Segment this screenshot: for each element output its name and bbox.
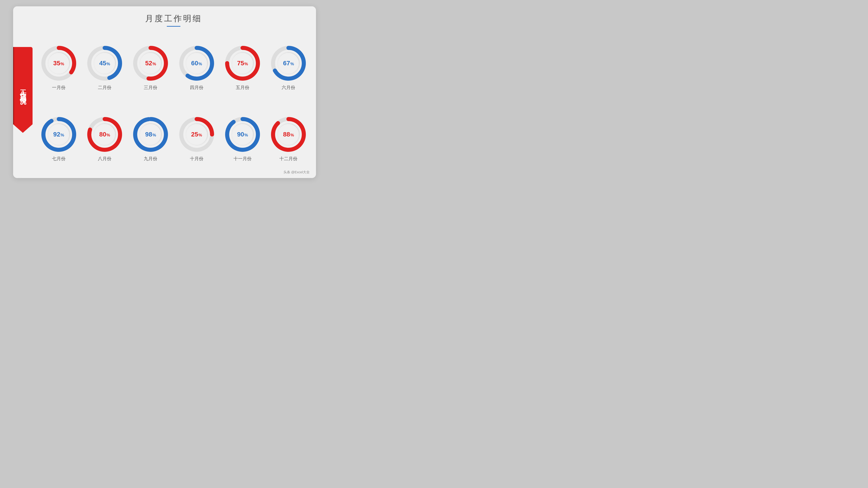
chart-month-label-4: 四月份 [190,85,204,91]
chart-item-5: 75%五月份 [219,33,266,102]
chart-month-label-6: 六月份 [282,85,295,91]
donut-4: 60% [179,45,215,81]
watermark: 头条 @Excel大全 [283,170,310,174]
donut-11: 90% [224,116,260,153]
donut-value-4: 60 [191,60,198,67]
chart-item-11: 90%十一月份 [219,105,266,173]
donut-label-4: 60% [191,60,202,67]
donut-pct-sign-11: % [244,133,248,138]
donut-pct-sign-6: % [290,62,294,66]
donut-label-6: 67% [283,60,294,67]
chart-month-label-8: 八月份 [98,156,112,162]
donut-label-11: 90% [237,131,248,138]
donut-pct-sign-3: % [152,62,156,66]
chart-month-label-12: 十二月份 [279,156,298,162]
donut-label-10: 25% [191,131,202,138]
sidebar-text: 工作完成情况 [19,85,27,95]
main-card: 工作完成情况 月度工作明细 35%一月份45%二月份52%三月份60%四月份75… [13,6,316,178]
sidebar-banner: 工作完成情况 [13,47,33,133]
chart-item-4: 60%四月份 [174,33,219,102]
donut-label-3: 52% [145,60,156,67]
donut-pct-sign-8: % [106,133,110,138]
chart-month-label-11: 十一月份 [234,156,252,162]
donut-8: 80% [87,116,123,153]
donut-12: 88% [270,116,307,153]
chart-item-9: 98%九月份 [128,105,174,173]
donut-2: 45% [87,45,123,81]
donut-value-3: 52 [145,60,152,67]
donut-value-2: 45 [99,60,106,67]
chart-item-8: 80%八月份 [82,105,127,173]
donut-1: 35% [41,45,77,81]
donut-value-1: 35 [53,60,60,67]
donut-label-2: 45% [99,60,110,67]
donut-7: 92% [41,116,77,153]
donut-label-9: 98% [145,131,156,138]
donut-5: 75% [224,45,260,81]
title-block: 月度工作明细 [145,13,202,27]
donut-9: 98% [132,116,168,153]
chart-month-label-7: 七月份 [52,156,66,162]
charts-grid: 35%一月份45%二月份52%三月份60%四月份75%五月份67%六月份92%七… [36,33,311,173]
donut-6: 67% [270,45,307,81]
chart-month-label-2: 二月份 [98,85,112,91]
donut-value-10: 25 [191,131,198,138]
donut-label-1: 35% [53,60,64,67]
donut-value-5: 75 [237,60,244,67]
donut-value-12: 88 [283,131,290,138]
donut-pct-sign-2: % [106,62,110,66]
chart-month-label-10: 十月份 [190,156,204,162]
donut-pct-sign-4: % [198,62,202,66]
donut-10: 25% [179,116,215,153]
donut-value-9: 98 [145,131,152,138]
chart-month-label-1: 一月份 [52,85,66,91]
chart-item-6: 67%六月份 [266,33,311,102]
title-underline [167,26,180,27]
chart-item-3: 52%三月份 [128,33,174,102]
donut-value-6: 67 [283,60,290,67]
donut-pct-sign-7: % [61,133,64,138]
chart-item-1: 35%一月份 [36,33,82,102]
donut-label-12: 88% [283,131,294,138]
donut-label-5: 75% [237,60,248,67]
chart-item-10: 25%十月份 [174,105,219,173]
main-title: 月度工作明细 [145,13,202,24]
chart-month-label-9: 九月份 [144,156,157,162]
donut-pct-sign-10: % [198,133,202,138]
donut-3: 52% [132,45,168,81]
donut-label-7: 92% [53,131,64,138]
donut-value-8: 80 [99,131,106,138]
donut-value-11: 90 [237,131,244,138]
chart-item-2: 45%二月份 [82,33,127,102]
chart-item-7: 92%七月份 [36,105,82,173]
chart-item-12: 88%十二月份 [266,105,311,173]
donut-value-7: 92 [53,131,60,138]
chart-month-label-3: 三月份 [144,85,157,91]
chart-month-label-5: 五月份 [236,85,249,91]
donut-label-8: 80% [99,131,110,138]
donut-pct-sign-1: % [61,62,64,66]
donut-pct-sign-5: % [244,62,248,66]
donut-pct-sign-9: % [152,133,156,138]
donut-pct-sign-12: % [290,133,294,138]
